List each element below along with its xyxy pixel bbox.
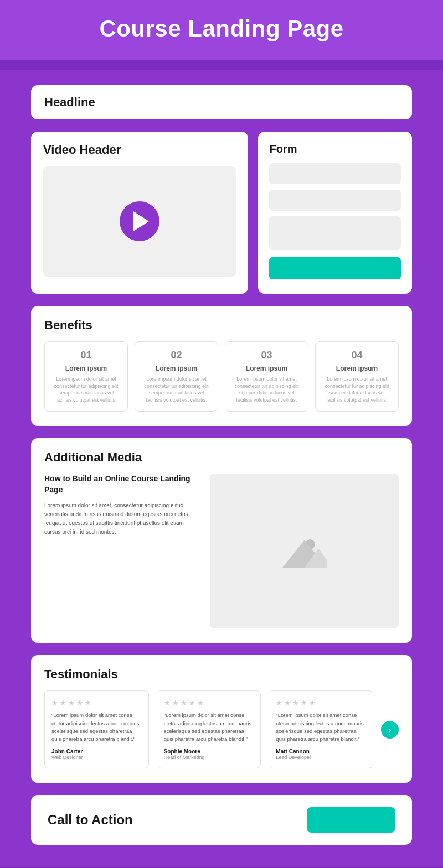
cta-title: Call to Action	[48, 812, 133, 828]
headline-title: Headline	[44, 95, 95, 109]
benefit-label-3: Lorem ipsum	[232, 365, 301, 372]
benefit-label-1: Lorem ipsum	[51, 365, 121, 372]
main-content: Headline Video Header Form Benefits 01	[0, 70, 443, 867]
testimonial-card-1: ★ ★ ★ ★ ★ "Lorem ipsum dolor sit amet co…	[44, 690, 149, 768]
video-card: Video Header	[31, 132, 248, 294]
stars-row-1: ★ ★ ★ ★ ★	[51, 699, 142, 707]
cta-button[interactable]	[307, 807, 395, 833]
testimonials-section: Testimonials ★ ★ ★ ★ ★ "Lorem ipsum dolo…	[31, 655, 412, 783]
benefit-number-1: 01	[51, 350, 121, 361]
benefit-item-1: 01 Lorem ipsum Lorem ipsum dolor sit ame…	[44, 341, 128, 412]
benefits-title: Benefits	[44, 318, 399, 332]
video-form-row: Video Header Form	[31, 132, 412, 294]
benefit-number-2: 02	[142, 350, 211, 361]
testimonials-title: Testimonials	[44, 667, 399, 682]
star-2-2: ★	[172, 699, 179, 707]
media-text-col: How to Build an Online Course Landing Pa…	[44, 474, 199, 628]
media-article-title: How to Build an Online Course Landing Pa…	[44, 474, 199, 495]
star-1-3: ★	[68, 699, 75, 707]
testimonial-card-3: ★ ★ ★ ★ ★ "Lorem ipsum dolor sit amet co…	[269, 690, 373, 768]
media-layout: How to Build an Online Course Landing Pa…	[44, 474, 399, 628]
stars-row-2: ★ ★ ★ ★ ★	[164, 699, 254, 707]
play-icon	[133, 211, 149, 231]
page-header: Course Landing Page	[0, 0, 443, 60]
benefit-text-4: Lorem ipsum dolor sit amet consectetur t…	[322, 376, 392, 403]
testimonial-quote-2: "Lorem ipsum dolor sit amet conse ctetur…	[164, 711, 254, 743]
image-placeholder-icon	[282, 534, 327, 568]
benefits-section: Benefits 01 Lorem ipsum Lorem ipsum dolo…	[31, 306, 412, 426]
benefit-text-1: Lorem ipsum dolor sit amet consectetur t…	[51, 376, 121, 403]
star-3-2: ★	[284, 699, 291, 707]
benefit-label-4: Lorem ipsum	[322, 365, 392, 372]
testimonial-role-2: Head of Marketing	[164, 755, 254, 760]
benefit-number-3: 03	[232, 350, 301, 361]
benefit-text-2: Lorem ipsum dolor sit amet consectetur t…	[142, 376, 211, 403]
testimonial-quote-1: "Lorem ipsum dolor sit amet conse ctetur…	[51, 711, 142, 743]
benefit-text-3: Lorem ipsum dolor sit amet consectetur t…	[232, 376, 301, 403]
headline-section: Headline	[31, 85, 412, 119]
testimonial-role-1: Web Designer	[51, 755, 142, 760]
testimonial-name-1: John Carter	[51, 749, 142, 755]
star-1-1: ★	[51, 699, 58, 707]
additional-media-section: Additional Media How to Build an Online …	[31, 438, 412, 643]
testimonial-role-3: Lead Developer	[276, 755, 366, 760]
star-3-1: ★	[276, 699, 282, 707]
testimonial-quote-3: "Lorem ipsum dolor sit amet conse ctetur…	[276, 711, 366, 743]
testimonial-card-2: ★ ★ ★ ★ ★ "Lorem ipsum dolor sit amet co…	[157, 690, 261, 768]
header-divider	[0, 60, 443, 70]
media-image-placeholder	[210, 474, 399, 628]
testimonial-name-2: Sophie Moore	[164, 749, 254, 755]
star-3-5: ★	[309, 699, 316, 707]
benefits-grid: 01 Lorem ipsum Lorem ipsum dolor sit ame…	[44, 341, 399, 412]
testimonial-name-3: Matt Cannon	[276, 749, 366, 755]
form-card: Form	[258, 132, 412, 294]
mountain-svg-icon	[282, 534, 327, 568]
star-1-5: ★	[85, 699, 91, 707]
form-field-1[interactable]	[269, 163, 401, 184]
cta-section: Call to Action	[31, 795, 412, 845]
star-3-4: ★	[301, 699, 307, 707]
form-field-3[interactable]	[269, 216, 401, 250]
star-2-5: ★	[197, 699, 204, 707]
star-2-4: ★	[189, 699, 195, 707]
benefit-item-3: 03 Lorem ipsum Lorem ipsum dolor sit ame…	[225, 341, 308, 412]
star-1-2: ★	[60, 699, 66, 707]
form-submit-button[interactable]	[269, 257, 401, 279]
star-3-3: ★	[292, 699, 299, 707]
media-article-body: Lorem ipsum dolor sit amet, consectetur …	[44, 501, 199, 537]
video-header-title: Video Header	[43, 143, 236, 157]
play-button[interactable]	[120, 201, 159, 241]
star-2-3: ★	[181, 699, 187, 707]
star-1-4: ★	[76, 699, 83, 707]
benefit-label-2: Lorem ipsum	[142, 365, 211, 372]
video-area[interactable]	[43, 166, 236, 277]
page-title: Course Landing Page	[11, 15, 432, 42]
testimonials-grid: ★ ★ ★ ★ ★ "Lorem ipsum dolor sit amet co…	[44, 690, 399, 768]
form-title: Form	[269, 143, 401, 155]
additional-media-title: Additional Media	[44, 450, 399, 465]
form-field-2[interactable]	[269, 190, 401, 211]
stars-row-3: ★ ★ ★ ★ ★	[276, 699, 366, 707]
benefit-item-4: 04 Lorem ipsum Lorem ipsum dolor sit ame…	[315, 341, 399, 412]
benefit-item-2: 02 Lorem ipsum Lorem ipsum dolor sit ame…	[135, 341, 218, 412]
testimonial-next-button[interactable]: ›	[381, 721, 399, 739]
star-2-1: ★	[164, 699, 171, 707]
benefit-number-4: 04	[322, 350, 392, 361]
